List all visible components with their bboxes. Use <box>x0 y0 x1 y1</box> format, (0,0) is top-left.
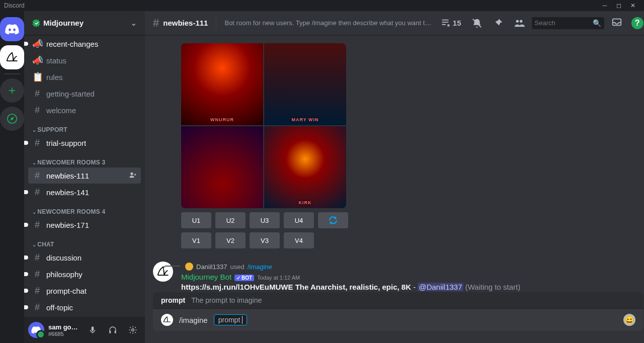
user-name: sam good... <box>48 323 80 331</box>
reroll-button[interactable] <box>318 212 348 228</box>
variation-row: V1 V2 V3 V4 <box>181 232 643 248</box>
bell-muted-icon <box>471 18 482 29</box>
u4-button[interactable]: U4 <box>284 212 314 228</box>
svg-point-7 <box>516 20 519 23</box>
user-avatar[interactable] <box>28 322 44 338</box>
u3-button[interactable]: U3 <box>250 212 280 228</box>
gear-icon <box>128 325 137 334</box>
category-chat[interactable]: ⌄Chat <box>28 241 141 249</box>
message-header: Midjourney Bot ✓ BOT Today at 1:12 AM <box>181 273 643 281</box>
image-tile-4: KIRK <box>264 126 346 208</box>
rules-icon: 📋 <box>32 71 42 82</box>
prompt-parameter[interactable]: prompt <box>214 314 248 325</box>
v2-button[interactable]: V2 <box>215 232 246 248</box>
category-newcomer-4[interactable]: ⌄Newcomer Rooms 4 <box>28 208 141 216</box>
hash-limited-icon: # <box>32 187 42 198</box>
author-name[interactable]: Midjourney Bot <box>181 273 231 281</box>
threads-icon <box>440 18 451 29</box>
chat-header: # newbies-111 Bot room for new users. Ty… <box>145 11 644 35</box>
timestamp: Today at 1:12 AM <box>257 275 300 281</box>
channel-newbies-171[interactable]: # newbies-171 <box>28 217 141 233</box>
pinned-button[interactable] <box>490 18 507 29</box>
channel-status[interactable]: 📣 status <box>28 52 141 68</box>
image-tile-2: MARY WIN <box>264 43 346 125</box>
notifications-button[interactable] <box>468 18 486 29</box>
channel-title: newbies-111 <box>163 19 208 27</box>
hash-icon: # <box>32 286 42 296</box>
compass-icon <box>7 113 18 124</box>
inbox-icon <box>611 17 622 28</box>
text-cursor <box>242 316 243 324</box>
channel-off-topic[interactable]: # off-topic <box>28 299 141 315</box>
search-box[interactable]: 🔍 <box>532 17 604 29</box>
emoji-button[interactable]: 😄 <box>623 314 635 326</box>
discord-icon <box>5 24 19 34</box>
u2-button[interactable]: U2 <box>215 212 246 228</box>
add-server-button[interactable]: + <box>0 78 24 103</box>
svg-rect-4 <box>115 331 116 333</box>
maximize-button[interactable]: ◻ <box>612 0 626 11</box>
pin-icon <box>493 18 504 29</box>
mention[interactable]: @Daniil1337 <box>418 283 463 291</box>
channel-discussion[interactable]: # discussion <box>28 249 141 266</box>
user-panel: sam good... #6685 <box>24 317 145 343</box>
settings-button[interactable] <box>125 322 141 338</box>
channel-newbies-141[interactable]: # newbies-141 <box>28 184 141 200</box>
verified-icon <box>32 19 40 27</box>
svg-point-1 <box>130 172 133 175</box>
explore-button[interactable] <box>0 107 24 131</box>
channel-list: 📣 recent-changes 📣 status 📋 rules # gett… <box>24 35 145 317</box>
reply-reference[interactable]: Daniil1337 used /imagine <box>163 262 643 272</box>
server-rail: + <box>0 11 24 343</box>
close-button[interactable]: ✕ <box>626 0 640 11</box>
server-header[interactable]: Midjourney ⌄ <box>24 11 145 35</box>
user-tag: #6685 <box>48 331 80 337</box>
server-midjourney[interactable] <box>0 45 24 69</box>
announcement-icon: 📣 <box>32 55 42 66</box>
generated-image-grid[interactable]: WNURUR MARY WIN KIRK <box>181 43 346 208</box>
command-bot-avatar <box>161 314 173 326</box>
discord-icon <box>31 326 41 333</box>
message: Daniil1337 used /imagine Midjourney Bot … <box>153 261 643 292</box>
v3-button[interactable]: V3 <box>250 232 280 248</box>
inbox-button[interactable] <box>608 17 625 30</box>
svg-point-8 <box>519 20 522 23</box>
message-input[interactable]: /imagine prompt 😄 <box>153 309 643 331</box>
bot-badge: ✓ BOT <box>234 275 254 281</box>
channel-trial-support[interactable]: # trial-support <box>28 135 141 151</box>
dm-button[interactable] <box>0 17 24 41</box>
channel-rules[interactable]: 📋 rules <box>28 69 141 85</box>
category-support[interactable]: ⌄Support <box>28 126 141 134</box>
channel-philosophy[interactable]: # philosophy <box>28 266 141 282</box>
u1-button[interactable]: U1 <box>181 212 211 228</box>
members-button[interactable] <box>511 18 528 29</box>
hash-icon: # <box>32 302 42 313</box>
threads-button[interactable]: 15 <box>437 18 464 29</box>
message-link[interactable]: https://s.mj.run/l1OHvEuMUWE <box>181 283 293 291</box>
hash-icon: # <box>32 252 42 263</box>
v1-button[interactable]: V1 <box>181 232 211 248</box>
deafen-button[interactable] <box>105 322 121 338</box>
chevron-down-icon: ⌄ <box>130 18 137 28</box>
hash-limited-icon: # <box>153 17 159 30</box>
v4-button[interactable]: V4 <box>284 232 314 248</box>
svg-rect-3 <box>109 331 111 333</box>
hash-limited-icon: # <box>32 170 42 181</box>
minimize-button[interactable]: ─ <box>598 0 612 11</box>
members-icon <box>514 18 525 29</box>
channel-welcome[interactable]: # welcome <box>28 102 141 118</box>
create-invite-icon[interactable] <box>129 171 137 181</box>
category-newcomer-3[interactable]: ⌄Newcomer Rooms 3 <box>28 159 141 167</box>
headphones-icon <box>108 325 117 334</box>
search-input[interactable] <box>535 19 593 27</box>
channel-prompt-chat[interactable]: # prompt-chat <box>28 283 141 299</box>
message-content: https://s.mj.run/l1OHvEuMUWE The Anarchi… <box>181 282 643 292</box>
hash-icon: # <box>32 105 42 116</box>
help-button[interactable]: ? <box>631 17 643 29</box>
command-hint: prompt The prompt to imagine <box>153 292 643 309</box>
mute-button[interactable] <box>85 322 101 338</box>
channel-newbies-111[interactable]: # newbies-111 <box>28 167 141 184</box>
channel-topic[interactable]: Bot room for new users. Type /imagine th… <box>224 19 432 27</box>
channel-recent-changes[interactable]: 📣 recent-changes <box>28 36 141 52</box>
channel-getting-started[interactable]: # getting-started <box>28 85 141 102</box>
